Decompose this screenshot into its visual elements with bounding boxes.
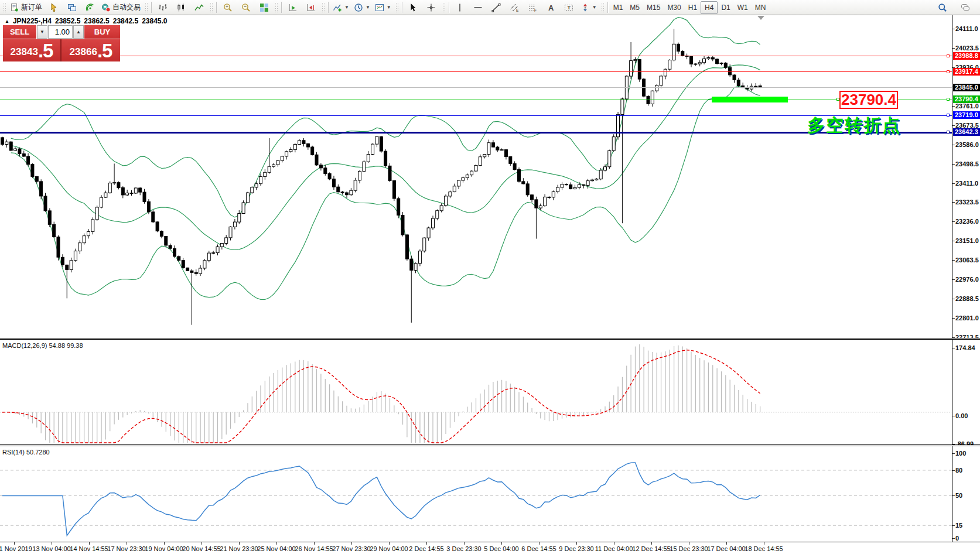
candle <box>466 173 469 180</box>
arrows-icon <box>581 3 590 12</box>
bar-chart-button[interactable] <box>153 1 172 15</box>
candle <box>423 237 426 252</box>
timeframe-mn-button[interactable]: MN <box>752 2 770 13</box>
candle <box>337 184 340 193</box>
horizontal-line-button[interactable] <box>469 1 487 15</box>
dropdown-caret-icon[interactable]: ▼ <box>344 5 349 10</box>
buy-price-button[interactable]: 23866.5 <box>62 39 120 61</box>
candle <box>470 170 473 177</box>
rsi-axis-tick: 80 <box>955 467 962 474</box>
dropdown-caret-icon[interactable]: ▼ <box>366 5 370 10</box>
chart-shift-marker-icon[interactable] <box>757 16 764 20</box>
candle <box>526 182 529 197</box>
dropdown-caret-icon[interactable]: ▼ <box>387 5 391 10</box>
macd-signal-line <box>2 350 760 443</box>
zoom-out-button[interactable] <box>237 1 255 15</box>
line-anchor-handle[interactable] <box>947 114 950 117</box>
line-anchor-handle[interactable] <box>947 54 950 57</box>
green-highlight-bar[interactable] <box>712 97 788 102</box>
candle <box>91 217 94 234</box>
timeframe-w1-button[interactable]: W1 <box>734 2 752 13</box>
candle <box>272 163 275 168</box>
timeframe-m1-button[interactable]: M1 <box>610 2 627 13</box>
templates-button[interactable]: ▼ <box>373 1 394 15</box>
sell-price-button[interactable]: 23843.5 <box>3 39 62 61</box>
search-icon <box>938 3 947 12</box>
timeframe-h1-button[interactable]: H1 <box>685 2 701 13</box>
pane-separator[interactable] <box>0 444 980 446</box>
vertical-line-button[interactable] <box>451 1 469 15</box>
candle <box>509 156 512 166</box>
volume-decrease-button[interactable]: ▼ <box>37 25 47 39</box>
candle <box>414 262 417 273</box>
timeframe-m5-button[interactable]: M5 <box>626 2 643 13</box>
candle <box>177 255 180 262</box>
fibonacci-button[interactable]: F <box>524 1 542 15</box>
price-axis[interactable]: 24111.024023.523936.023848.523761.023673… <box>952 15 980 542</box>
line-anchor-handle[interactable] <box>947 70 950 73</box>
time-tick-mark <box>202 542 202 545</box>
timeframe-m15-button[interactable]: M15 <box>643 2 664 13</box>
collapse-panel-icon[interactable]: ▲ <box>5 19 9 24</box>
candle <box>647 95 650 106</box>
price-chart-canvas[interactable] <box>0 15 952 338</box>
crosshair-button[interactable] <box>422 1 441 15</box>
time-axis[interactable]: 11 Nov 201913 Nov 04:0014 Nov 14:5517 No… <box>0 542 980 554</box>
buy-button[interactable]: BUY <box>84 25 120 39</box>
sell-button[interactable]: SELL <box>3 25 36 39</box>
cursor-button[interactable] <box>404 1 422 15</box>
horizontal-line-object[interactable] <box>0 71 952 72</box>
horizontal-line-object[interactable] <box>0 56 952 56</box>
candle <box>724 62 727 69</box>
timeframe-h4-button[interactable]: H4 <box>701 1 718 14</box>
macd-indicator-canvas[interactable] <box>0 340 952 444</box>
indicators-button[interactable]: ▼ <box>330 1 351 15</box>
line-anchor-handle[interactable] <box>947 98 950 101</box>
pivot-point-label[interactable]: 多空转折点 <box>807 114 901 138</box>
signals-button[interactable] <box>81 1 99 15</box>
candle <box>397 197 400 218</box>
axis-tick-mark <box>952 318 955 319</box>
candle <box>53 222 56 238</box>
trendline-button[interactable] <box>487 1 506 15</box>
equidistant-channel-button[interactable]: E <box>506 1 524 15</box>
arrows-button[interactable]: ▼ <box>578 1 599 15</box>
new-order-button[interactable]: 新订单 <box>8 1 45 15</box>
auto-scroll-button[interactable] <box>284 1 302 15</box>
line-anchor-handle[interactable] <box>947 131 950 134</box>
auto-trading-button[interactable]: 自动交易 <box>99 1 143 15</box>
zoom-in-button[interactable] <box>218 1 237 15</box>
one-click-pointer-button[interactable] <box>45 1 63 15</box>
candle <box>367 151 370 163</box>
time-tick-mark <box>276 542 277 545</box>
tile-windows-button[interactable] <box>255 1 273 15</box>
volume-increase-button[interactable]: ▲ <box>73 25 84 39</box>
text-label-button[interactable]: T <box>560 1 578 15</box>
candlestick-chart-button[interactable] <box>172 1 190 15</box>
chart-windows-button[interactable] <box>63 1 81 15</box>
candle <box>207 251 210 262</box>
line-chart-button[interactable] <box>190 1 208 15</box>
chart-shift-button[interactable] <box>302 1 320 15</box>
chat-button[interactable] <box>956 1 974 15</box>
periods-button[interactable]: ▼ <box>351 1 373 15</box>
time-axis-label: 11 Nov 2019 <box>0 545 32 552</box>
candle <box>371 143 374 155</box>
dropdown-caret-icon[interactable]: ▼ <box>592 5 597 10</box>
horizontal-line-object[interactable] <box>0 100 952 100</box>
price-callout-box[interactable]: 23790.4 <box>839 91 898 109</box>
timeframe-m30-button[interactable]: M30 <box>664 2 684 13</box>
candle <box>380 136 383 153</box>
volume-input[interactable]: 1.00 <box>48 25 73 39</box>
timeframe-d1-button[interactable]: D1 <box>718 2 733 13</box>
rsi-axis-tick: 100 <box>955 450 966 457</box>
time-axis-label: 25 Nov 04:00 <box>257 545 295 552</box>
rsi-indicator-canvas[interactable] <box>0 446 952 542</box>
candle <box>78 240 81 254</box>
candle <box>238 210 241 224</box>
search-button[interactable] <box>933 1 951 15</box>
text-button[interactable]: A <box>542 1 560 15</box>
pane-separator[interactable] <box>0 338 980 340</box>
candle <box>194 269 197 276</box>
candle <box>436 210 439 221</box>
